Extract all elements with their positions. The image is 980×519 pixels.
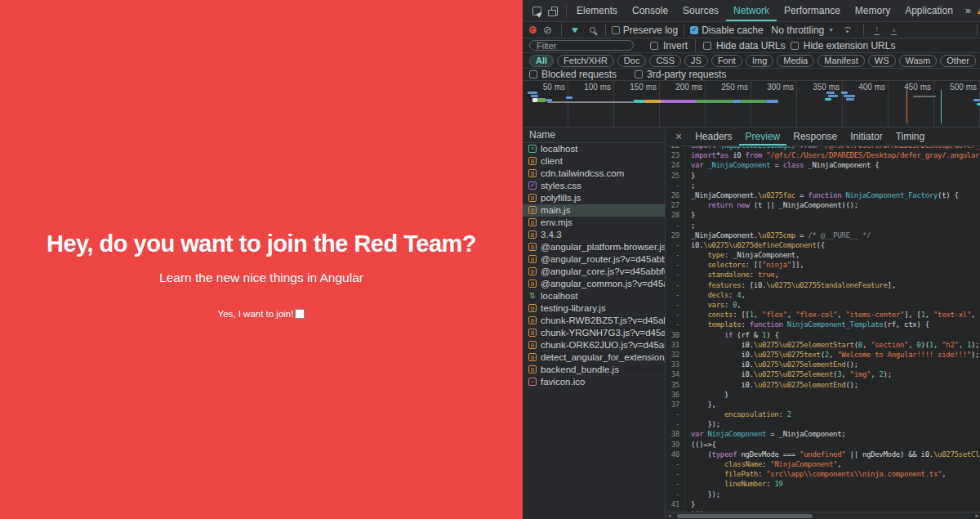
code-line: 39(()=>{ <box>666 440 980 450</box>
request-row-env.mjs[interactable]: {}env.mjs <box>523 217 665 229</box>
join-checkbox[interactable] <box>295 309 305 319</box>
detail-tab-initiator[interactable]: Initiator <box>844 128 889 145</box>
disable-cache-checkbox[interactable]: ✓ <box>690 26 698 34</box>
warning-badge[interactable]: ▲! 1 <box>976 6 980 16</box>
pill-js[interactable]: JS <box>684 55 708 67</box>
request-row-chunk-rwb2bz5t.js-v-d45abbf6[interactable]: {}chunk-RWB2BZ5T.js?v=d45abbf6 <box>523 315 665 327</box>
request-row-detect-angular-for-extension-icon-bu...[interactable]: {}detect_angular_for_extension_icon_bu..… <box>523 351 665 364</box>
import-har-icon[interactable]: ↑ <box>874 25 880 35</box>
divider <box>561 24 562 36</box>
tab-application[interactable]: Application <box>898 0 960 21</box>
more-tabs-icon[interactable]: » <box>960 0 976 21</box>
blocked-requests-checkbox[interactable] <box>529 70 537 78</box>
request-row-localhost[interactable]: ≡localhost <box>523 143 665 155</box>
request-row-chunk-ork62juo.js-v-d45abbf6[interactable]: {}chunk-ORK62JUO.js?v=d45abbf6 <box>523 339 665 351</box>
pill-wasm[interactable]: Wasm <box>899 55 938 67</box>
pill-ws[interactable]: WS <box>868 55 896 67</box>
code-line: 30 if (rf & 1) { <box>666 330 980 340</box>
request-row--angular-router.js-v-d45abbf6[interactable]: {}@angular_router.js?v=d45abbf6 <box>523 253 665 266</box>
waterfall-bar <box>973 99 980 101</box>
waterfall-overview[interactable]: 50 ms100 ms150 ms200 ms250 ms300 ms350 m… <box>523 81 980 128</box>
scroll-left-icon[interactable]: ◂ <box>668 512 671 519</box>
request-name: localhost <box>541 291 577 301</box>
invert-checkbox[interactable] <box>650 42 658 50</box>
pill-font[interactable]: Font <box>711 55 742 67</box>
device-toolbar-icon[interactable] <box>546 7 564 16</box>
hide-extension-urls-checkbox[interactable] <box>791 42 799 50</box>
pill-fetch-xhr[interactable]: Fetch/XHR <box>557 55 614 67</box>
request-row-testing-library.js[interactable]: {}testing-library.js <box>523 302 665 315</box>
detail-tab-headers[interactable]: Headers <box>688 128 738 145</box>
waterfall-bar <box>913 96 936 97</box>
filter-funnel-icon[interactable]: ▼ <box>565 25 585 34</box>
request-row-favicon.ico[interactable]: ▪favicon.ico <box>523 376 665 388</box>
pill-manifest[interactable]: Manifest <box>817 55 865 67</box>
horizontal-scrollbar[interactable]: ◂ ▸ <box>666 512 980 519</box>
request-row-client[interactable]: {}client <box>523 155 665 168</box>
tab-console[interactable]: Console <box>625 0 675 21</box>
request-name: chunk-RWB2BZ5T.js?v=d45abbf6 <box>541 315 665 325</box>
detail-tab-preview[interactable]: Preview <box>739 128 787 145</box>
pill-img[interactable]: Img <box>746 55 773 67</box>
request-row-backend-bundle.js[interactable]: {}backend_bundle.js <box>523 364 665 376</box>
code-line: 33 i0.\u0275\u0275elementEnd(); <box>666 360 980 369</box>
code-line: 34 i0.\u0275\u0275element(3, "img", 2); <box>666 369 980 379</box>
detail-tab-response[interactable]: Response <box>786 128 844 145</box>
doc-file-icon: ≡ <box>528 145 537 153</box>
pill-css[interactable]: CSS <box>649 55 681 67</box>
request-name: main.js <box>541 205 570 215</box>
js-file-icon: {} <box>528 194 537 202</box>
request-list: Name ≡localhost{}client{}cdn.tailwindcss… <box>523 128 666 519</box>
detail-tab-timing[interactable]: Timing <box>889 128 932 145</box>
code-line: - type: _NinjaComponent, <box>666 250 980 260</box>
inspect-element-icon[interactable] <box>528 7 546 16</box>
devtools-panel: ElementsConsoleSourcesNetworkPerformance… <box>523 0 980 519</box>
request-row-main.js[interactable]: {}main.js <box>523 204 665 217</box>
preview-code[interactable]: 22import {NgOptimizedImage} from "/@fs/C… <box>666 146 980 512</box>
name-column-header[interactable]: Name <box>523 128 665 143</box>
third-party-checkbox[interactable] <box>635 70 643 78</box>
tab-sources[interactable]: Sources <box>675 0 726 21</box>
request-row-chunk-yrgnh7g3.js-v-d45abbf6[interactable]: {}chunk-YRGNH7G3.js?v=d45abbf6 <box>523 327 665 339</box>
code-line: - selectors: [["ninja"]], <box>666 260 980 270</box>
divider <box>863 24 864 36</box>
hero-section: Hey, do you want to join the Red Team? L… <box>0 0 523 320</box>
request-row-3.4.3[interactable]: {}3.4.3 <box>523 229 665 241</box>
divider <box>566 5 567 17</box>
code-line: - }); <box>666 490 980 499</box>
request-row-localhost[interactable]: ⇅localhost <box>523 290 665 302</box>
request-row-cdn.tailwindcss.com[interactable]: {}cdn.tailwindcss.com <box>523 168 665 180</box>
throttling-dropdown[interactable]: No throttling ▼ <box>772 25 835 36</box>
tab-memory[interactable]: Memory <box>848 0 898 21</box>
code-line: - decls: 4, <box>666 290 980 300</box>
clear-icon[interactable]: ⊘ <box>540 25 555 35</box>
preserve-log-checkbox[interactable] <box>612 26 620 34</box>
request-row-polyfills.js[interactable]: {}polyfills.js <box>523 192 665 204</box>
js-file-icon: {} <box>528 280 537 288</box>
request-row--angular-platform-browser.js-v-d45a...[interactable]: {}@angular_platform-browser.js?v=d45a... <box>523 241 665 253</box>
waterfall-bar <box>733 100 741 103</box>
export-har-icon[interactable]: ↓ <box>891 25 897 35</box>
code-line: - consts: [[1, "flex", "flex-col", "item… <box>666 310 980 320</box>
scroll-right-icon[interactable]: ▸ <box>975 512 978 519</box>
request-row--angular-core.js-v-d45abbf6[interactable]: {}@angular_core.js?v=d45abbf6 <box>523 266 665 278</box>
tab-network[interactable]: Network <box>726 0 777 21</box>
pill-all[interactable]: All <box>529 55 554 67</box>
network-conditions-icon[interactable] <box>842 26 853 34</box>
close-icon[interactable]: × <box>666 130 688 143</box>
request-name: env.mjs <box>541 217 572 227</box>
request-name: localhost <box>541 144 577 154</box>
code-line: 27 return new (t || _NinjaComponent)(); <box>666 200 980 210</box>
pill-media[interactable]: Media <box>777 55 814 67</box>
record-icon[interactable] <box>529 26 537 34</box>
tab-performance[interactable]: Performance <box>777 0 848 21</box>
pill-doc[interactable]: Doc <box>617 55 647 67</box>
filter-input[interactable] <box>529 40 634 51</box>
search-icon[interactable] <box>590 27 595 33</box>
scrollbar-thumb[interactable] <box>677 514 813 518</box>
request-row-styles.css[interactable]: ✓styles.css <box>523 180 665 192</box>
request-row--angular-common.js-v-d45abbf6[interactable]: {}@angular_common.js?v=d45abbf6 <box>523 278 665 290</box>
hide-data-urls-checkbox[interactable] <box>703 42 711 50</box>
pill-other[interactable]: Other <box>940 55 976 67</box>
tab-elements[interactable]: Elements <box>569 0 625 21</box>
